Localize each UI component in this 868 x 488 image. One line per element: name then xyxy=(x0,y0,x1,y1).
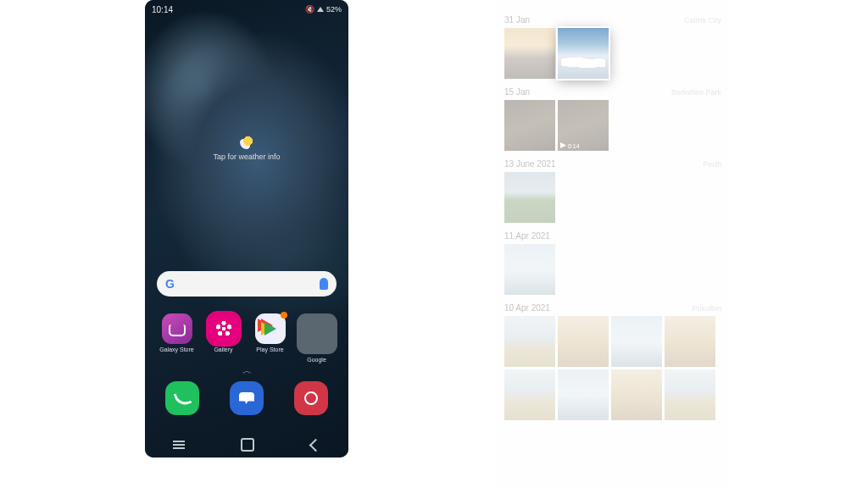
gallery-section: 13 June 2021 Perth xyxy=(504,159,721,223)
app-drawer-handle[interactable]: ︿ xyxy=(145,364,348,377)
photo-thumbnail[interactable] xyxy=(504,172,555,223)
app-galaxy-store[interactable]: Galaxy Store xyxy=(158,313,197,363)
photo-thumbnail[interactable] xyxy=(611,316,662,367)
section-date: 15 Jan xyxy=(504,87,530,97)
section-location: Pokolbin xyxy=(692,304,721,313)
signal-icon xyxy=(317,7,324,12)
weather-icon xyxy=(240,136,253,149)
section-date: 31 Jan xyxy=(504,15,530,25)
app-label: Galaxy Store xyxy=(159,347,193,352)
video-duration: 0:14 xyxy=(568,143,580,149)
phone-home-screen: 10:14 🔇 52% Tap for weather info G Galax… xyxy=(145,0,348,458)
photo-thumbnail[interactable] xyxy=(558,316,609,367)
section-location: Berkshire Park xyxy=(671,88,721,97)
play-store-icon xyxy=(255,313,286,344)
volume-icon: 🔇 xyxy=(305,5,314,14)
weather-hint: Tap for weather info xyxy=(213,152,280,161)
dock xyxy=(145,381,348,415)
section-date: 13 June 2021 xyxy=(504,159,556,169)
gallery-section: 10 Apr 2021 Pokolbin xyxy=(504,303,721,420)
mic-icon[interactable] xyxy=(320,278,328,290)
photo-thumbnail[interactable] xyxy=(611,369,662,420)
app-camera[interactable] xyxy=(294,381,328,415)
photo-thumbnail-selected[interactable] xyxy=(558,28,609,79)
status-time: 10:14 xyxy=(152,5,173,14)
app-gallery[interactable]: Gallery xyxy=(204,313,243,363)
app-label: Google xyxy=(307,357,326,363)
app-google-folder[interactable]: Google xyxy=(298,313,337,363)
chevron-up-icon: ︿ xyxy=(242,365,252,375)
home-app-row: Galaxy Store Gallery Play Store Google xyxy=(145,313,348,363)
photo-thumbnail[interactable] xyxy=(665,316,715,367)
navigation-bar xyxy=(145,432,348,458)
photo-thumbnail[interactable] xyxy=(504,316,555,367)
app-phone[interactable] xyxy=(165,381,199,415)
phone-gallery-screen: 31 Jan Cairns City 15 Jan Berkshire Park… xyxy=(496,0,730,488)
status-bar: 10:14 🔇 52% xyxy=(145,0,348,19)
photo-thumbnail[interactable] xyxy=(558,369,609,420)
nav-recent-button[interactable] xyxy=(173,444,185,446)
photo-thumbnail[interactable] xyxy=(504,28,555,79)
nav-back-button[interactable] xyxy=(309,438,323,452)
photo-thumbnail[interactable] xyxy=(504,369,555,420)
app-play-store[interactable]: Play Store xyxy=(251,313,290,363)
galaxy-store-icon xyxy=(162,313,192,344)
section-location: Perth xyxy=(703,160,721,169)
section-date: 10 Apr 2021 xyxy=(504,303,550,313)
google-folder-icon xyxy=(297,313,337,354)
photo-thumbnail[interactable] xyxy=(504,244,555,295)
photo-thumbnail[interactable] xyxy=(665,369,715,420)
google-logo-icon: G xyxy=(165,277,175,291)
gallery-icon xyxy=(209,313,239,344)
nav-home-button[interactable] xyxy=(241,438,254,452)
app-messages[interactable] xyxy=(230,381,264,415)
battery-text: 52% xyxy=(326,5,342,14)
section-date: 11 Apr 2021 xyxy=(504,231,550,241)
app-label: Gallery xyxy=(214,347,232,352)
section-location: Cairns City xyxy=(684,16,721,25)
app-label: Play Store xyxy=(256,347,283,352)
photo-thumbnail[interactable] xyxy=(504,100,555,151)
gallery-section: 15 Jan Berkshire Park 0:14 xyxy=(504,87,721,151)
gallery-section: 31 Jan Cairns City xyxy=(504,15,721,79)
video-thumbnail[interactable]: 0:14 xyxy=(558,100,609,151)
notification-dot-icon xyxy=(281,312,287,319)
weather-widget[interactable]: Tap for weather info xyxy=(145,136,348,161)
google-search-bar[interactable]: G xyxy=(157,271,337,297)
gallery-section: 11 Apr 2021 xyxy=(504,231,721,295)
